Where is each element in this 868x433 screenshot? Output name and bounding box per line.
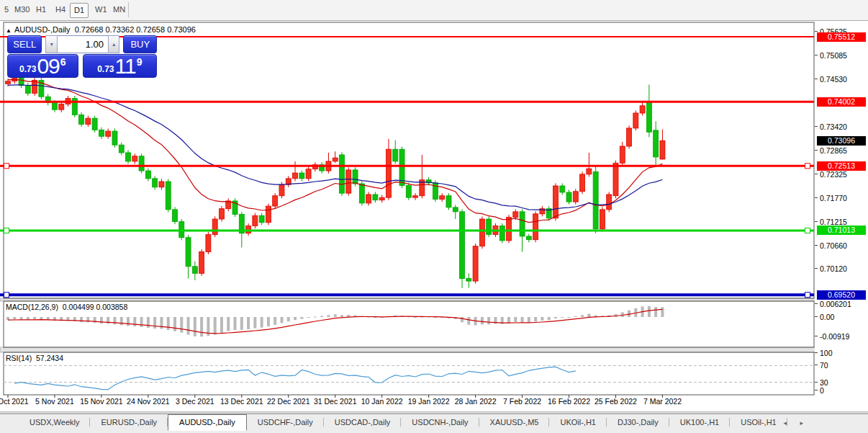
tab-usoil-h1[interactable]: USOil-,H1: [730, 415, 787, 429]
macd-bar: [320, 316, 323, 317]
line-handle[interactable]: [805, 293, 810, 298]
price-axis[interactable]: 0.756250.750850.745300.734200.728650.723…: [815, 22, 868, 409]
macd-bar: [467, 317, 470, 325]
macd-values: 0.004499 0.003858: [63, 303, 128, 311]
price-tick-label: 0.73420: [815, 122, 868, 131]
hline-0.71013[interactable]: [0, 228, 814, 233]
candle-body: [52, 103, 57, 110]
buy-button[interactable]: BUY: [123, 35, 157, 53]
candle-body: [366, 195, 371, 203]
collapse-triangle-icon[interactable]: ▲: [6, 27, 12, 34]
tab-xauusd-m5[interactable]: XAUUSD-,M5: [479, 415, 550, 429]
price-tick-label: 0.72325: [815, 170, 868, 179]
candle-body: [499, 226, 505, 241]
timeframe-button-h4[interactable]: H4: [52, 3, 69, 17]
candle-body: [654, 130, 659, 157]
volume-input[interactable]: [58, 35, 108, 53]
tab-audusd-daily[interactable]: AUDUSD-,Daily: [168, 414, 247, 431]
level-price-badge: 0.72513: [817, 161, 866, 171]
candle-body: [580, 174, 585, 192]
line-handle[interactable]: [4, 164, 9, 169]
volume-decrease-button[interactable]: ▼: [45, 35, 58, 53]
macd-bar: [127, 317, 130, 326]
candle-body: [139, 156, 144, 171]
macd-bar: [94, 317, 96, 323]
candle-body: [406, 185, 411, 197]
tab-usdcnh-daily[interactable]: USDCNH-,Daily: [401, 415, 479, 429]
macd-bar: [220, 317, 223, 333]
candle-body: [487, 219, 492, 235]
timeframe-toolbar: 5M30H1H4D1W1MN: [0, 0, 868, 21]
tab-usdcad-daily[interactable]: USDCAD-,Daily: [324, 415, 402, 429]
tab-ukoil-h1[interactable]: UKOil-,H1: [549, 415, 607, 429]
candle-body: [473, 246, 478, 281]
candle-body: [633, 113, 638, 128]
candle-body: [6, 81, 11, 84]
line-handle[interactable]: [4, 293, 9, 298]
price-tick-label: 0.70120: [815, 264, 868, 273]
line-handle[interactable]: [805, 228, 810, 233]
chart-symbol-label: AUDUSD-,Daily: [14, 25, 71, 34]
candle-body: [566, 192, 571, 202]
price-tick-label: 0.70660: [815, 241, 868, 250]
tab-uk100-h1[interactable]: UK100-,H1: [669, 415, 730, 429]
candle-body: [607, 195, 612, 210]
timeframe-button-w1[interactable]: W1: [91, 3, 111, 17]
tabs-scroll-left-icon[interactable]: ◂: [783, 419, 792, 427]
macd-bar: [180, 317, 183, 333]
timeframe-button-m30[interactable]: M30: [11, 3, 33, 17]
timeframe-button-d1[interactable]: D1: [70, 3, 89, 18]
macd-bar: [13, 317, 16, 320]
panel-splitter[interactable]: [0, 298, 815, 301]
sell-button[interactable]: SELL: [7, 35, 42, 53]
tab-eurusd-daily[interactable]: EURUSD-,Daily: [90, 415, 168, 429]
tab-dj30-daily[interactable]: DJ30-,Daily: [607, 415, 669, 429]
chart-canvas[interactable]: 27 Oct 20215 Nov 202115 Nov 202124 Nov 2…: [0, 22, 815, 409]
candle-body: [79, 115, 84, 124]
arrow-up-icon: ▲: [112, 42, 117, 47]
macd-tick-label: 0.00: [815, 313, 868, 321]
one-click-trading-panel: SELL ▼ ▲ BUY 0.73 09 6 0.73 11 9: [7, 35, 157, 78]
volume-increase-button[interactable]: ▲: [108, 35, 120, 53]
macd-bar: [574, 316, 577, 317]
line-handle[interactable]: [4, 228, 9, 233]
timeframe-button-mn[interactable]: MN: [109, 3, 129, 17]
candle-body: [192, 267, 197, 274]
line-handle[interactable]: [805, 164, 810, 169]
macd-tick-label: -0.00919: [815, 332, 868, 341]
macd-bar: [294, 317, 297, 320]
candle-body: [106, 131, 111, 136]
macd-bar: [107, 317, 109, 323]
tab-usdx-weekly[interactable]: USDX,Weekly: [19, 415, 90, 429]
buy-price-prefix: 0.73: [97, 64, 114, 74]
hline-0.72513[interactable]: [0, 164, 814, 169]
macd-bar: [541, 317, 543, 321]
sell-price-panel[interactable]: 0.73 09 6: [7, 54, 78, 78]
macd-bar: [534, 317, 537, 321]
macd-bar: [227, 317, 230, 331]
candle-body: [560, 186, 565, 192]
macd-bar: [113, 317, 116, 324]
sell-price-prefix: 0.73: [19, 64, 36, 74]
timeframe-button-h1[interactable]: H1: [32, 3, 50, 17]
date-label: 5 Nov 2021: [35, 397, 74, 406]
tab-usdchf-daily[interactable]: USDCHF-,Daily: [247, 415, 324, 429]
tabs-scroll-right-icon[interactable]: ▸: [800, 419, 809, 427]
candle-body: [660, 140, 665, 159]
macd-name: MACD(12,26,9): [6, 303, 58, 311]
macd-bar: [247, 317, 250, 329]
chart-title: ▲AUDUSD-,Daily 0.72668 0.73362 0.72658 0…: [6, 25, 196, 34]
panel-splitter[interactable]: [0, 347, 815, 352]
macd-bar: [273, 317, 276, 325]
candle-body: [126, 153, 131, 161]
candle-body: [553, 186, 558, 218]
date-label: 15 Nov 2021: [80, 397, 123, 406]
macd-bar: [240, 317, 243, 330]
hline-0.69520[interactable]: [0, 293, 814, 298]
candle-body: [132, 156, 137, 161]
date-label: 28 Jan 2022: [455, 397, 497, 406]
date-axis[interactable]: 27 Oct 20215 Nov 202115 Nov 202124 Nov 2…: [0, 395, 682, 406]
candle-body: [379, 197, 384, 200]
buy-price-panel[interactable]: 0.73 11 9: [83, 54, 157, 78]
candle-body: [393, 149, 398, 161]
